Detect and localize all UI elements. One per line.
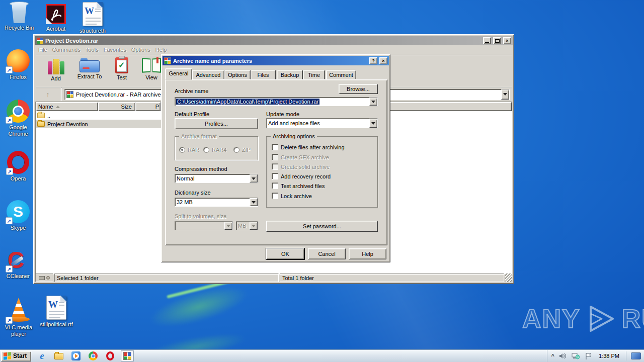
chevron-down-icon [371, 122, 375, 127]
extract-folder-icon [79, 57, 100, 72]
key-icon [46, 276, 50, 280]
menu-commands[interactable]: Commands [50, 46, 83, 54]
checkbox-lock-archive[interactable]: Lock archive [272, 193, 312, 199]
tab-files[interactable]: Files [251, 70, 276, 79]
action-center-flag-icon[interactable] [585, 352, 592, 360]
desktop-icon-opera[interactable]: ↗ Opera [3, 151, 33, 182]
profiles-button[interactable]: Profiles... [175, 118, 258, 129]
toolbar-separator [61, 87, 61, 101]
desktop-icon-acrobat[interactable]: Acrobat [41, 4, 70, 32]
tab-comment[interactable]: Comment [326, 70, 356, 79]
resize-grip[interactable] [505, 274, 512, 282]
taskbar-ie-icon[interactable]: e [35, 350, 48, 361]
tab-time[interactable]: Time [303, 70, 325, 79]
show-desktop-monitor-icon[interactable] [631, 352, 641, 359]
tab-backup[interactable]: Backup [277, 70, 303, 79]
start-button[interactable]: Start [1, 351, 31, 361]
taskbar-chrome-icon[interactable] [87, 350, 100, 361]
set-password-button[interactable]: Set password... [266, 221, 378, 232]
checkbox-icon[interactable] [272, 193, 278, 199]
browse-button[interactable]: Browse... [339, 84, 378, 94]
menu-options[interactable]: Options [129, 46, 153, 54]
tab-options[interactable]: Options [224, 70, 251, 79]
dictionary-dropdown-button[interactable] [250, 198, 258, 206]
checkbox-icon[interactable] [272, 173, 278, 179]
radio-zip[interactable]: ZIP [233, 147, 251, 153]
menu-favorites[interactable]: Favorites [101, 46, 129, 54]
toolbar-extract-to-button[interactable]: Extract To [73, 55, 106, 87]
taskbar-winrar-button[interactable] [121, 350, 134, 361]
checkbox-add-recovery-record[interactable]: Add recovery record [272, 173, 331, 179]
ok-button[interactable]: OK [266, 248, 304, 259]
column-size[interactable]: Size [98, 102, 135, 111]
archive-name-dropdown-button[interactable] [369, 98, 377, 106]
checkbox-delete-files-after-archiving[interactable]: Delete files after archiving [272, 144, 345, 150]
update-mode-dropdown-button[interactable] [369, 119, 377, 128]
network-icon[interactable] [572, 352, 580, 360]
checkbox-test-archived-files[interactable]: Test archived files [272, 183, 325, 189]
archive-format-legend: Archive format [179, 133, 219, 139]
tab-advanced[interactable]: Advanced [192, 70, 224, 79]
taskbar-explorer-icon[interactable] [52, 350, 65, 361]
column-name[interactable]: Name [36, 102, 98, 111]
default-profile-label: Default Profile [175, 111, 209, 117]
desktop-icon-google-chrome[interactable]: ↗ Google Chrome [3, 100, 33, 137]
radio-rar[interactable]: RAR [179, 147, 199, 153]
radio-button-icon[interactable] [233, 147, 239, 153]
desktop-icon-skype[interactable]: S ↗ Skype [3, 200, 33, 231]
volume-icon[interactable] [559, 352, 567, 359]
tray-expand-icon[interactable]: ^ [551, 353, 554, 359]
compression-dropdown-button[interactable] [250, 174, 258, 183]
shortcut-arrow-icon: ↗ [6, 217, 13, 224]
chevron-down-icon [252, 225, 256, 229]
desktop-icon-recycle-bin[interactable]: Recycle Bin [3, 3, 35, 31]
archive-name-combobox[interactable]: C:\Users\admin\AppData\Local\Temp\Projec… [175, 97, 378, 106]
list-item-project-devotion[interactable]: Project Devotion [36, 120, 162, 128]
dictionary-size-combobox[interactable]: 32 MB [175, 198, 258, 207]
dialog-titlebar[interactable]: Archive name and parameters ? × [163, 56, 389, 65]
checkbox-icon[interactable] [272, 183, 278, 189]
column-packed[interactable]: P [135, 102, 160, 111]
split-unit-combobox: MB [236, 221, 258, 230]
test-clipboard-icon: ✓ [115, 57, 128, 73]
taskbar-opera-icon[interactable] [104, 350, 117, 361]
windows-logo-icon [4, 352, 11, 360]
compression-method-combobox[interactable]: Normal [175, 174, 258, 183]
word-document-icon: W [46, 296, 66, 320]
dialog-close-button[interactable]: × [379, 57, 387, 64]
archiving-options-legend: Archiving options [271, 133, 317, 139]
help-button[interactable]: Help [349, 248, 386, 259]
menu-file[interactable]: File [36, 46, 50, 54]
checkbox-icon[interactable] [272, 144, 278, 150]
toolbar-test-button[interactable]: ✓ Test [109, 55, 134, 87]
minimize-button[interactable] [483, 37, 491, 44]
radio-button-icon[interactable] [203, 147, 209, 153]
clock[interactable]: 1:38 PM [597, 353, 621, 359]
desktop-icon-stillpolitical-rtf[interactable]: W stillpolitical.rtf [38, 296, 74, 328]
desktop-icon-vlc[interactable]: ↗ VLC media player [2, 298, 35, 337]
dialog-title: Archive name and parameters [173, 58, 367, 64]
radio-button-icon[interactable] [179, 147, 185, 153]
menu-help[interactable]: Help [153, 46, 170, 54]
winrar-titlebar[interactable]: Project Devotion.rar × [35, 36, 513, 45]
desktop-icon-structureth[interactable]: W structureth [76, 2, 109, 34]
add-archive-icon [48, 57, 64, 74]
split-to-volumes-label: Split to volumes, size [175, 213, 226, 219]
help-context-button[interactable]: ? [369, 57, 377, 64]
radio-rar4[interactable]: RAR4 [203, 147, 226, 153]
menu-tools[interactable]: Tools [83, 46, 101, 54]
taskbar-wmp-icon[interactable] [69, 350, 83, 361]
cancel-button[interactable]: Cancel [308, 248, 346, 259]
desktop-icon-firefox[interactable]: ↗ Firefox [3, 49, 33, 80]
up-one-level-button[interactable]: ↑ [38, 89, 58, 100]
word-document-icon: W [83, 2, 103, 26]
dictionary-size-value: 32 MB [177, 199, 193, 205]
update-mode-combobox[interactable]: Add and replace files [266, 118, 378, 128]
folder-up-icon [37, 113, 45, 118]
maximize-button[interactable] [493, 37, 501, 44]
toolbar-add-button[interactable]: Add [42, 55, 70, 87]
address-dropdown-button[interactable] [501, 89, 509, 100]
tab-general[interactable]: General [165, 68, 192, 80]
close-button[interactable]: × [503, 37, 511, 44]
desktop-icon-ccleaner[interactable]: C ↗ CCleaner [3, 248, 33, 280]
